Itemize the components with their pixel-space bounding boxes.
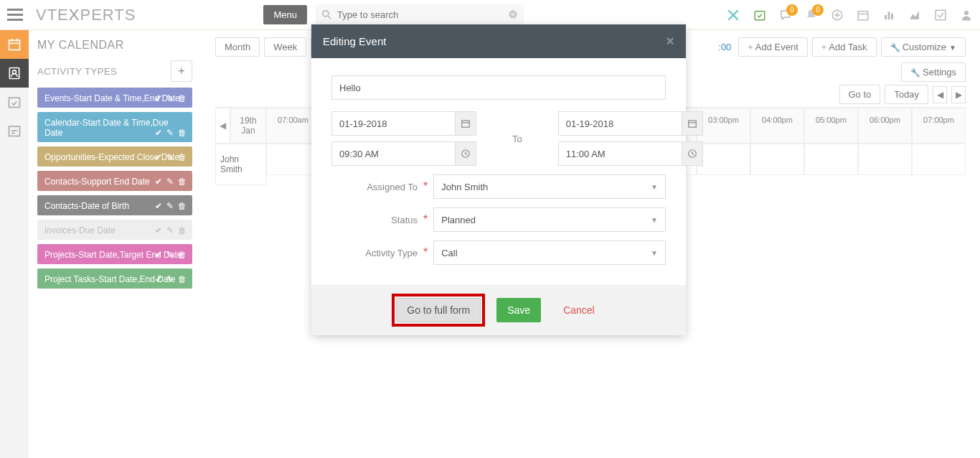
- time-to-picker-icon[interactable]: [682, 141, 703, 166]
- modal-header: Editing Event ×: [311, 24, 686, 58]
- modal-backdrop: Editing Event × To: [0, 0, 980, 458]
- to-label: To: [508, 134, 527, 144]
- time-from-picker-icon[interactable]: [455, 141, 476, 166]
- date-from-input[interactable]: [331, 111, 455, 136]
- activity-type-select[interactable]: Call▼: [433, 240, 666, 265]
- svg-rect-24: [462, 121, 470, 127]
- date-from-wrap: [331, 111, 476, 136]
- activity-type-label: Activity Type: [331, 248, 418, 258]
- status-label: Status: [331, 215, 418, 225]
- modal-footer: Go to full form Save Cancel: [311, 285, 686, 335]
- modal-title: Editing Event: [323, 35, 386, 47]
- go-to-full-form-button[interactable]: Go to full form: [396, 298, 481, 322]
- save-button[interactable]: Save: [496, 298, 541, 322]
- time-to-wrap: [558, 141, 703, 166]
- date-to-input[interactable]: [558, 111, 682, 136]
- cancel-button[interactable]: Cancel: [552, 298, 606, 322]
- time-from-input[interactable]: [331, 141, 455, 166]
- date-from-picker-icon[interactable]: [455, 111, 476, 136]
- edit-event-modal: Editing Event × To: [311, 24, 686, 335]
- assigned-to-label: Assigned To: [331, 182, 418, 192]
- svg-rect-27: [688, 121, 696, 127]
- time-to-input[interactable]: [558, 141, 682, 166]
- event-name-input[interactable]: [331, 75, 666, 100]
- close-icon[interactable]: ×: [666, 33, 674, 50]
- date-to-picker-icon[interactable]: [682, 111, 703, 136]
- assigned-to-select[interactable]: John Smith▼: [433, 174, 666, 199]
- time-from-wrap: [331, 141, 476, 166]
- go-to-full-form-highlight: Go to full form: [392, 294, 485, 327]
- status-select[interactable]: Planned▼: [433, 207, 666, 232]
- date-to-wrap: [558, 111, 703, 136]
